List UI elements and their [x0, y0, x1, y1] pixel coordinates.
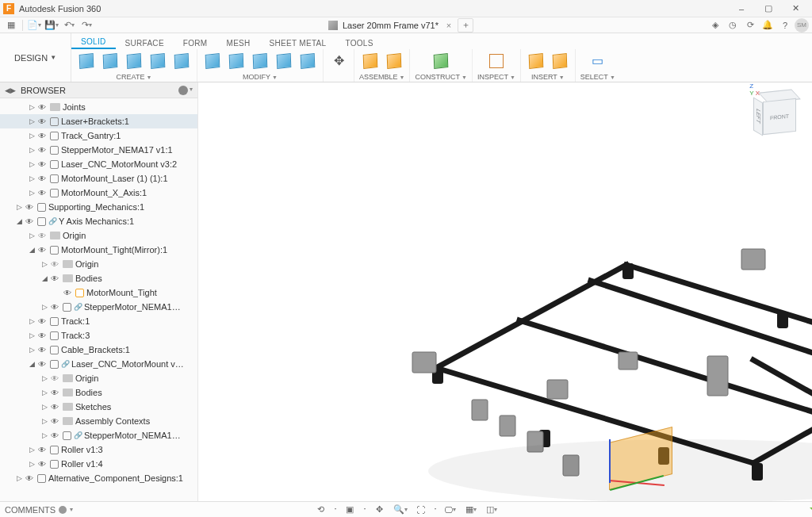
tree-node[interactable]: ▷👁🔗StepperMotor_NEMA1… — [0, 428, 197, 442]
window-maximize-button[interactable]: ▢ — [755, 0, 782, 17]
tree-node[interactable]: ▷👁Alternative_Component_Designs:1 — [0, 471, 197, 485]
expand-arrow-icon[interactable]: ▷ — [27, 346, 36, 354]
visibility-eye-icon[interactable]: 👁 — [24, 203, 35, 212]
model-canvas[interactable]: ZY X LEFT FRONT — [198, 82, 812, 501]
ribbon-tab-surface[interactable]: SURFACE — [116, 36, 174, 49]
tree-node[interactable]: ▷👁Roller v1:3 — [0, 442, 197, 457]
sphere-tool-icon[interactable] — [147, 51, 168, 71]
expand-arrow-icon[interactable]: ▷ — [27, 103, 36, 111]
visibility-eye-icon[interactable]: 👁 — [49, 274, 60, 283]
browser-menu-chevron-icon[interactable]: ▾ — [190, 86, 193, 95]
viewport-layout-icon[interactable]: ◫▾ — [485, 504, 499, 516]
tree-node[interactable]: ▷👁Joints — [0, 100, 197, 114]
browser-settings-icon[interactable] — [178, 86, 188, 95]
tree-node[interactable]: ▷👁Assembly Contexts — [0, 414, 197, 428]
tree-node[interactable]: ▷👁Cable_Brackets:1 — [0, 343, 197, 357]
fit-icon[interactable]: ⛶ — [414, 504, 428, 516]
display-settings-icon[interactable]: 🖵▾ — [443, 504, 458, 516]
expand-arrow-icon[interactable]: ▷ — [27, 117, 36, 125]
ribbon-tab-form[interactable]: FORM — [174, 36, 217, 49]
expand-arrow-icon[interactable]: ▷ — [40, 260, 49, 268]
tree-node[interactable]: 👁MotorMount_Tight — [0, 285, 197, 300]
new-tab-button[interactable]: ＋ — [458, 18, 473, 33]
ribbon-group-label[interactable]: INSPECT▼ — [477, 72, 515, 82]
expand-arrow-icon[interactable]: ▷ — [27, 317, 36, 325]
tree-node[interactable]: ▷👁Track:1 — [0, 314, 197, 328]
help-icon[interactable]: ? — [777, 18, 793, 33]
redo-icon[interactable]: ↷▾ — [79, 18, 94, 33]
image-tool-icon[interactable] — [550, 51, 570, 71]
visibility-eye-icon[interactable]: 👁 — [49, 431, 60, 440]
ribbon-group-label[interactable]: INSERT▼ — [531, 72, 565, 82]
visibility-eye-icon[interactable]: 👁 — [49, 303, 60, 312]
expand-arrow-icon[interactable]: ▷ — [27, 232, 36, 239]
expand-arrow-icon[interactable]: ▷ — [40, 417, 49, 425]
visibility-eye-icon[interactable]: 👁 — [24, 474, 35, 483]
visibility-eye-icon[interactable]: 👁 — [36, 189, 48, 197]
joint-tool-icon[interactable] — [360, 51, 381, 71]
visibility-eye-icon[interactable]: 👁 — [36, 460, 48, 469]
tree-node[interactable]: ▷👁Laser+Brackets:1 — [0, 114, 197, 128]
viewcube-front-face[interactable]: FRONT — [763, 98, 796, 135]
visibility-eye-icon[interactable]: 👁 — [36, 331, 48, 340]
apps-grid-icon[interactable]: ▦ — [3, 18, 19, 33]
expand-arrow-icon[interactable]: ▷ — [40, 303, 49, 311]
box-tool-icon[interactable] — [100, 51, 121, 71]
fillet-tool-icon[interactable] — [202, 51, 223, 71]
plane-tool-icon[interactable] — [171, 51, 192, 71]
visibility-eye-icon[interactable]: 👁 — [24, 217, 35, 226]
expand-arrow-icon[interactable]: ▷ — [14, 474, 24, 482]
browser-tree[interactable]: ▷👁Joints▷👁Laser+Brackets:1▷👁Track_Gantry… — [0, 98, 197, 501]
expand-arrow-icon[interactable]: ▷ — [27, 132, 36, 140]
visibility-eye-icon[interactable]: 👁 — [36, 317, 48, 326]
as-built-tool-icon[interactable] — [384, 51, 404, 71]
pan-icon[interactable]: ✥ — [373, 504, 387, 516]
visibility-eye-icon[interactable]: 👁 — [36, 103, 48, 112]
window-close-button[interactable]: ✕ — [782, 0, 809, 17]
plane-c-tool-icon[interactable] — [431, 51, 451, 71]
tree-node[interactable]: ▷👁Supporting_Mechanics:1 — [0, 200, 197, 214]
save-icon[interactable]: 💾▾ — [44, 18, 59, 33]
collapse-arrow-icon[interactable]: ◢ — [27, 360, 36, 368]
expand-arrow-icon[interactable]: ▷ — [40, 431, 49, 439]
visibility-eye-icon[interactable]: 👁 — [36, 232, 48, 240]
browser-panel-header[interactable]: ◀▶ BROWSER ▾ — [0, 82, 197, 98]
ribbon-group-label[interactable]: CONSTRUCT▼ — [415, 72, 466, 82]
zoom-icon[interactable]: 🔍▾ — [393, 504, 408, 516]
cylinder-tool-icon[interactable] — [124, 51, 144, 71]
tree-node[interactable]: ▷👁Track_Gantry:1 — [0, 128, 197, 143]
tree-node[interactable]: ▷👁Bodies — [0, 385, 197, 400]
tree-node[interactable]: ▷👁Roller v1:4 — [0, 457, 197, 471]
grid-settings-icon[interactable]: ▦▾ — [464, 504, 478, 516]
tree-node[interactable]: ◢👁🔗Laser_CNC_MotorMount v… — [0, 357, 197, 371]
collapse-arrow-icon[interactable]: ◢ — [40, 274, 49, 282]
ribbon-group-label[interactable]: SELECT▼ — [580, 72, 615, 82]
decal-tool-icon[interactable] — [526, 51, 546, 71]
visibility-eye-icon[interactable]: 👁 — [49, 389, 60, 397]
visibility-eye-icon[interactable]: 👁 — [49, 260, 60, 269]
expand-arrow-icon[interactable]: ▷ — [27, 160, 36, 168]
expand-arrow-icon[interactable]: ▷ — [27, 174, 36, 182]
visibility-eye-icon[interactable]: 👁 — [36, 117, 48, 126]
visibility-eye-icon[interactable]: 👁 — [36, 146, 48, 155]
visibility-eye-icon[interactable]: 👁 — [49, 417, 60, 426]
visibility-eye-icon[interactable]: 👁 — [49, 403, 60, 412]
tree-node[interactable]: ▷👁🔗StepperMotor_NEMA1… — [0, 300, 197, 314]
tree-node[interactable]: ▷👁Track:3 — [0, 328, 197, 343]
ribbon-tab-solid[interactable]: SOLID — [71, 35, 116, 49]
sketch-tool-icon[interactable] — [76, 51, 97, 71]
updates-icon[interactable]: ⟳ — [742, 18, 758, 33]
document-tab-close-icon[interactable]: × — [443, 20, 454, 31]
expand-arrow-icon[interactable]: ▷ — [27, 460, 36, 468]
tree-node[interactable]: ▷👁Origin — [0, 228, 197, 243]
tree-node[interactable]: ▷👁StepperMotor_NEMA17 v1:1 — [0, 143, 197, 157]
collapse-arrow-icon[interactable]: ◢ — [27, 246, 36, 254]
ribbon-group-label[interactable]: MODIFY▼ — [243, 72, 278, 82]
ribbon-tab-sheet-metal[interactable]: SHEET METAL — [260, 36, 336, 49]
tree-node[interactable]: ◢👁🔗Y Axis Mechanics:1 — [0, 214, 197, 228]
ribbon-group-label[interactable]: CREATE▼ — [117, 72, 152, 82]
expand-arrow-icon[interactable]: ▷ — [40, 403, 49, 411]
tree-node[interactable]: ▷👁Origin — [0, 371, 197, 385]
visibility-eye-icon[interactable]: 👁 — [36, 246, 48, 255]
move-tool-icon[interactable] — [297, 51, 318, 71]
